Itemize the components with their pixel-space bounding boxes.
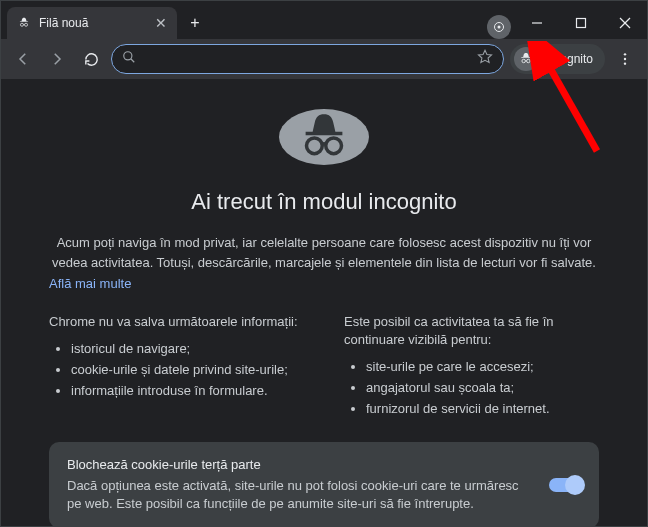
search-input[interactable]: [144, 52, 469, 67]
bookmark-icon[interactable]: [477, 49, 493, 69]
tab-title: Filă nouă: [39, 16, 147, 30]
page-content: Ai trecut în modul incognito Acum poți n…: [1, 79, 647, 527]
tab-strip: Filă nouă ✕ +: [1, 7, 487, 39]
list-item: istoricul de navigare;: [71, 339, 304, 360]
address-bar[interactable]: [111, 44, 504, 74]
learn-more-link[interactable]: Află mai multe: [49, 276, 131, 291]
visible-to-heading: Este posibil ca activitatea ta să fie în…: [344, 313, 599, 349]
list-item: cookie-urile și datele privind site-uril…: [71, 360, 304, 381]
svg-rect-5: [577, 19, 586, 28]
tab-active[interactable]: Filă nouă ✕: [7, 7, 177, 39]
cookie-title: Blochează cookie-urile terță parte: [67, 456, 529, 475]
close-icon[interactable]: ✕: [155, 16, 167, 30]
svg-point-16: [326, 138, 342, 154]
incognito-label: Incognito: [544, 52, 593, 66]
list-item: informațiile introduse în formulare.: [71, 381, 304, 402]
not-saved-column: Chrome nu va salva următoarele informați…: [49, 313, 304, 420]
incognito-icon: [514, 47, 538, 71]
cookie-toggle[interactable]: [549, 478, 583, 492]
svg-point-0: [20, 23, 23, 26]
list-item: angajatorul sau școala ta;: [366, 378, 599, 399]
toolbar: Incognito: [1, 39, 647, 79]
forward-button[interactable]: [43, 45, 71, 73]
incognito-icon: [17, 16, 31, 30]
incognito-hero-icon: [279, 109, 369, 165]
cookie-card: Blochează cookie-urile terță parte Dacă …: [49, 442, 599, 527]
window-titlebar: Filă nouă ✕ +: [1, 1, 647, 39]
list-item: furnizorul de servicii de internet.: [366, 399, 599, 420]
svg-point-14: [624, 62, 626, 64]
svg-point-1: [25, 23, 28, 26]
svg-point-3: [498, 26, 501, 29]
maximize-button[interactable]: [559, 7, 603, 39]
cookie-body: Dacă opțiunea este activată, site-urile …: [67, 477, 529, 515]
visible-to-column: Este posibil ca activitatea ta să fie în…: [344, 313, 599, 420]
intro-text: Acum poți naviga în mod privat, iar cele…: [44, 233, 604, 272]
incognito-badge[interactable]: Incognito: [510, 44, 605, 74]
svg-point-11: [527, 59, 530, 62]
svg-line-9: [131, 59, 135, 63]
svg-point-13: [624, 58, 626, 60]
svg-point-10: [522, 59, 525, 62]
list-item: site-urile pe care le accesezi;: [366, 357, 599, 378]
svg-point-8: [124, 52, 132, 60]
profile-icon[interactable]: [487, 15, 511, 39]
new-tab-button[interactable]: +: [181, 9, 209, 37]
svg-point-12: [624, 53, 626, 55]
minimize-button[interactable]: [515, 7, 559, 39]
window-controls: [515, 7, 647, 39]
close-window-button[interactable]: [603, 7, 647, 39]
menu-button[interactable]: [611, 45, 639, 73]
search-icon: [122, 50, 136, 68]
not-saved-heading: Chrome nu va salva următoarele informați…: [49, 313, 304, 331]
page-heading: Ai trecut în modul incognito: [191, 189, 456, 215]
back-button[interactable]: [9, 45, 37, 73]
reload-button[interactable]: [77, 45, 105, 73]
info-columns: Chrome nu va salva următoarele informați…: [41, 313, 607, 420]
svg-point-15: [307, 138, 323, 154]
